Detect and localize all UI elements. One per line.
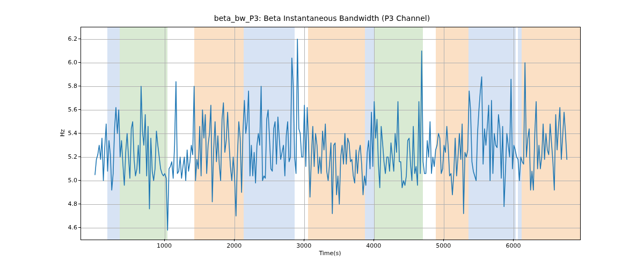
y-tick-label: 5.8 xyxy=(64,83,77,90)
x-tick-label: 5000 xyxy=(436,242,451,249)
y-tick xyxy=(78,86,80,86)
x-axis-label: Time(s) xyxy=(80,250,580,257)
y-tick-label: 5.0 xyxy=(64,177,77,184)
plot-axes xyxy=(80,27,581,240)
y-tick-label: 4.6 xyxy=(64,224,77,231)
line-plot xyxy=(81,27,580,240)
y-tick xyxy=(78,39,80,39)
x-tick xyxy=(304,239,304,241)
x-tick xyxy=(164,239,165,241)
y-tick xyxy=(78,62,80,63)
y-tick xyxy=(78,109,80,110)
x-tick xyxy=(374,239,374,241)
y-tick xyxy=(78,133,80,133)
y-tick-label: 6.2 xyxy=(64,35,77,42)
y-tick xyxy=(78,227,80,228)
y-tick xyxy=(78,204,80,204)
y-tick-label: 6.0 xyxy=(64,59,77,66)
y-tick xyxy=(78,180,80,181)
figure: beta_bw_P3: Beta Instantaneous Bandwidth… xyxy=(0,0,644,268)
x-tick xyxy=(443,239,444,241)
x-tick-label: 2000 xyxy=(226,242,241,249)
y-tick-label: 5.4 xyxy=(64,130,77,137)
chart-title: beta_bw_P3: Beta Instantaneous Bandwidth… xyxy=(0,14,644,23)
x-tick-label: 4000 xyxy=(366,242,381,249)
x-tick-label: 6000 xyxy=(506,242,521,249)
series-beta_bw_P3 xyxy=(95,39,567,230)
x-tick xyxy=(234,239,235,241)
x-tick xyxy=(513,239,514,241)
y-tick-label: 5.6 xyxy=(64,106,77,113)
x-tick-label: 3000 xyxy=(296,242,311,249)
y-tick-label: 5.2 xyxy=(64,153,77,160)
x-tick-label: 1000 xyxy=(157,242,172,249)
y-tick xyxy=(78,157,80,157)
y-tick-label: 4.8 xyxy=(64,200,77,207)
